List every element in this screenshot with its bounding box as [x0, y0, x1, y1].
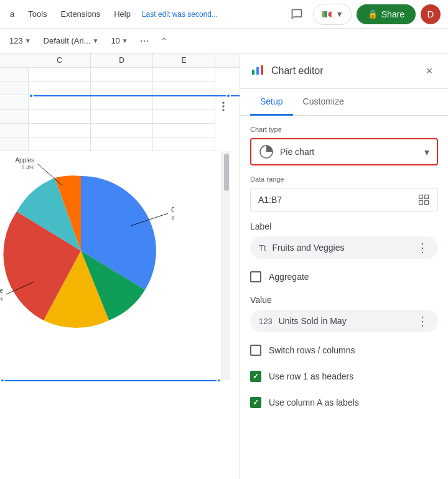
cell[interactable]: [91, 96, 153, 110]
toolbar-more-button[interactable]: ···: [136, 32, 153, 50]
svg-text:Apples: Apples: [15, 157, 34, 164]
use-col-a-checkbox[interactable]: [250, 397, 261, 408]
aggregate-checkbox[interactable]: [250, 271, 261, 282]
scrollbar-thumb-vertical[interactable]: [224, 154, 229, 191]
aggregate-label: Aggregate: [269, 272, 309, 282]
menu-area: a Tools Extensions Help Last edit was se…: [7, 8, 218, 20]
value-section: Value 123 Units Sold in May ⋮: [250, 295, 438, 332]
toolbar-size-select[interactable]: 10 ▼: [106, 34, 132, 48]
col-header-e: E: [153, 53, 215, 67]
cell[interactable]: [91, 68, 153, 81]
cell[interactable]: [153, 68, 215, 81]
use-row1-checkbox[interactable]: [250, 371, 261, 382]
cell[interactable]: [153, 110, 215, 124]
use-row1-checkbox-row[interactable]: Use row 1 as headers: [250, 368, 438, 384]
meet-button[interactable]: ▼: [313, 4, 352, 25]
cell[interactable]: [29, 68, 91, 81]
tab-setup[interactable]: Setup: [250, 89, 293, 116]
toolbar-font-size-select[interactable]: 123 ▼: [5, 34, 35, 48]
data-range-section: Data range A1:B7: [250, 175, 438, 212]
toolbar-font-size-label: 123: [9, 36, 23, 45]
cell[interactable]: [153, 96, 215, 110]
table-row: [0, 81, 240, 95]
cell[interactable]: [29, 96, 91, 110]
toolbar: 123 ▼ Default (Ari... ▼ 10 ▼ ··· ⌃: [0, 29, 448, 53]
chart-editor-panel: Chart editor × Setup Customize Chart typ…: [240, 53, 448, 479]
toolbar-font-select[interactable]: Default (Ari... ▼: [39, 34, 103, 48]
value-section-title: Value: [250, 295, 438, 305]
cell[interactable]: [153, 137, 215, 151]
svg-rect-19: [419, 195, 423, 199]
cell[interactable]: [91, 137, 153, 151]
data-range-input[interactable]: A1:B7: [250, 188, 438, 212]
chat-icon: [291, 8, 303, 21]
vertical-dots-icon: [217, 100, 230, 113]
size-chevron-icon: ▼: [122, 37, 128, 44]
menu-items: a Tools Extensions Help Last edit was se…: [7, 8, 218, 20]
svg-rect-17: [261, 65, 263, 75]
cell[interactable]: [91, 110, 153, 124]
cell[interactable]: [29, 81, 91, 95]
cell[interactable]: [29, 110, 91, 124]
font-size-chevron-icon: ▼: [25, 37, 31, 44]
svg-rect-21: [419, 201, 423, 205]
chart-handle-left: [0, 378, 5, 381]
main-content: C D E: [0, 53, 448, 479]
close-panel-button[interactable]: ×: [421, 62, 438, 80]
cell[interactable]: [91, 81, 153, 95]
chart-selection-bar-bottom: [0, 380, 222, 381]
label-value-text: Fruits and Veggies: [273, 243, 410, 253]
panel-body: Chart type Pie chart ▾ Data range A1:B7: [240, 116, 448, 421]
cell[interactable]: [153, 124, 215, 137]
panel-tabs: Setup Customize: [240, 89, 448, 116]
svg-text:8.4%: 8.4%: [21, 164, 34, 170]
col-header-d: D: [91, 53, 153, 67]
svg-text:11.2%: 11.2%: [0, 295, 3, 302]
label-options-button[interactable]: ⋮: [416, 241, 429, 254]
menu-item-tools[interactable]: Tools: [26, 8, 49, 20]
switch-rows-checkbox-row[interactable]: Switch rows / columns: [250, 342, 438, 358]
cell[interactable]: [91, 124, 153, 137]
label-value-row: Tt Fruits and Veggies ⋮: [250, 236, 438, 259]
value-options-button[interactable]: ⋮: [416, 315, 429, 327]
aggregate-checkbox-row[interactable]: Aggregate: [250, 269, 438, 285]
menu-item-extensions[interactable]: Extensions: [58, 8, 103, 20]
svg-point-4: [222, 105, 224, 107]
menu-item-help[interactable]: Help: [111, 8, 133, 20]
avatar[interactable]: D: [421, 4, 441, 24]
last-edit-text[interactable]: Last edit was second...: [142, 10, 218, 19]
use-col-a-checkbox-row[interactable]: Use column A as labels: [250, 394, 438, 411]
cell[interactable]: [153, 81, 215, 95]
use-col-a-label: Use column A as labels: [269, 398, 359, 407]
chart-type-label: Chart type: [250, 126, 438, 133]
tab-customize[interactable]: Customize: [293, 89, 354, 116]
font-chevron-icon: ▼: [92, 37, 98, 44]
toolbar-collapse-button[interactable]: ⌃: [157, 34, 172, 49]
table-row: [0, 68, 240, 81]
lock-icon: 🔒: [368, 9, 378, 19]
selection-handle-left: [29, 93, 34, 98]
spreadsheet-area: C D E: [0, 53, 240, 479]
toolbar-more-label: ···: [140, 34, 149, 47]
menu-item-a[interactable]: a: [7, 8, 17, 20]
row-selection-bar-top: [29, 95, 240, 96]
grid-options-button[interactable]: [217, 100, 230, 114]
switch-rows-checkbox[interactable]: [250, 345, 261, 356]
close-icon: ×: [426, 65, 433, 78]
selection-handle-right: [226, 93, 231, 98]
chat-button[interactable]: [286, 3, 308, 26]
chart-type-dropdown[interactable]: Pie chart ▾: [250, 138, 438, 165]
cell[interactable]: [29, 137, 91, 151]
text-format-icon: Tt: [259, 243, 266, 253]
avatar-letter: D: [427, 9, 434, 19]
table-row: [0, 137, 240, 151]
label-section-title: Label: [250, 221, 438, 231]
panel-title: Chart editor: [271, 65, 414, 77]
cell[interactable]: [29, 124, 91, 137]
share-button[interactable]: 🔒 Share: [357, 4, 416, 24]
switch-rows-label: Switch rows / columns: [269, 345, 355, 355]
svg-rect-22: [425, 201, 429, 205]
use-row1-label: Use row 1 as headers: [269, 371, 353, 381]
data-range-label: Data range: [250, 175, 438, 183]
grid-select-icon: [418, 193, 430, 206]
